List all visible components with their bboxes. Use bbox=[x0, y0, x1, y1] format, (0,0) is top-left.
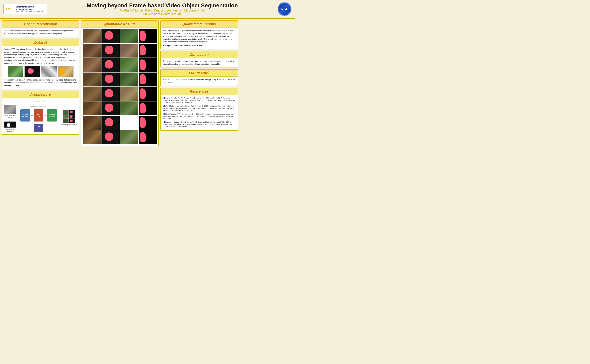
qual-row4-col2 bbox=[102, 72, 120, 86]
input-annotation-label: First frame and Annotation bbox=[4, 128, 17, 132]
references-body: [1] Xu, N., Yang, L., Fan, Y., Yang, J.,… bbox=[161, 95, 238, 130]
qual-row7-col4 bbox=[139, 116, 157, 130]
3dconv-label: 3D ConvEncoder bbox=[22, 113, 28, 117]
qual-row8-col3 bbox=[120, 130, 138, 144]
3dconv-encoder-box: 3D ConvEncoder bbox=[20, 109, 30, 122]
qual-row6-col1 bbox=[83, 101, 101, 115]
header-center: Moving beyond Frame-based Video Object S… bbox=[47, 2, 278, 16]
nsf-ring bbox=[279, 3, 291, 15]
right-column: Quantitative Results The proposed networ… bbox=[160, 20, 238, 131]
goal-motivation-header: Goal and Motivation bbox=[2, 21, 79, 28]
qual-row2-col1 bbox=[83, 44, 101, 58]
out-frame-3 bbox=[63, 119, 69, 123]
lstm-label: LSTMInitializer bbox=[36, 126, 42, 130]
quantitative-body: The proposed network generates segmentat… bbox=[161, 28, 238, 49]
qual-row1-col2 bbox=[102, 29, 120, 43]
arch-input: Input Video (>30 frames) First frame and… bbox=[4, 105, 17, 132]
institution-logo: UCF Center for Research in Computer Visi… bbox=[3, 4, 47, 14]
lstm-initializer-box: LSTMInitializer bbox=[34, 124, 43, 132]
header: UCF Center for Research in Computer Visi… bbox=[0, 0, 295, 19]
qual-row6-col4 bbox=[139, 101, 157, 115]
arrow-3: → bbox=[44, 114, 46, 117]
university-sub: UNIVERSITY OF CENTRAL FLORIDA bbox=[15, 11, 45, 13]
goal-motivation-body: To solve the inefficiency of frame-by-fr… bbox=[2, 28, 79, 37]
dataset-header: Dataset bbox=[2, 39, 79, 46]
qual-row1-col1 bbox=[83, 29, 101, 43]
qual-row3-col1 bbox=[83, 58, 101, 72]
qual-row5-col3 bbox=[120, 87, 138, 101]
future-work-body: We intend to implement on Optical Flow f… bbox=[161, 77, 238, 86]
quantitative-highlight: The highest score our model achieved is … bbox=[163, 44, 236, 47]
arch-diagram-inner: Input Video (>30 frames) First frame and… bbox=[4, 105, 77, 132]
dataset-sample-3 bbox=[41, 66, 57, 77]
input-video-thumb bbox=[4, 105, 16, 114]
quantitative-section: Quantitative Results The proposed networ… bbox=[160, 20, 238, 49]
qual-row5-col4 bbox=[139, 87, 157, 101]
skip-connection-label: skip connection bbox=[4, 100, 77, 102]
future-work-header: Future Work bbox=[161, 70, 238, 77]
reference-4: [4] Duarte, K., Rawat, Y. S., & Shah, M.… bbox=[163, 121, 236, 128]
qual-row7-col1 bbox=[83, 116, 101, 130]
architecture-section: Architecture skip connection Input Video… bbox=[2, 91, 79, 135]
qualitative-section: Qualitative Results bbox=[81, 20, 159, 146]
center-name-line1: Center for Research bbox=[15, 6, 45, 8]
architecture-header: Architecture bbox=[2, 91, 79, 98]
arrow-2: → bbox=[31, 114, 33, 117]
quantitative-highlight-bold: The highest score our model achieved is … bbox=[163, 45, 203, 46]
nsf-logo: NSF bbox=[278, 2, 292, 16]
qual-row8-col4 bbox=[139, 130, 157, 144]
quantitative-header: Quantitative Results bbox=[161, 21, 238, 28]
arch-output: Output Segmentation (>30 frames) bbox=[61, 110, 77, 128]
architecture-body: skip connection Input Video (>30 frames)… bbox=[2, 98, 79, 134]
qual-row6-col2 bbox=[102, 101, 120, 115]
dataset-sample-2 bbox=[24, 66, 40, 77]
authors: Matthew Alighchi, Kevin Duarte, Jyoti Ki… bbox=[47, 9, 278, 12]
input-annotation-thumb bbox=[4, 122, 16, 128]
university: University of Central Florida bbox=[47, 12, 278, 16]
dataset-body-text1: Youtube-VOS dataset consists of a collec… bbox=[4, 48, 77, 65]
3ddec-label: 3D ConvDecoder bbox=[49, 113, 55, 117]
dataset-body-text2: Additionally, each dataset contains a me… bbox=[4, 79, 77, 87]
qual-row4-col4 bbox=[139, 72, 157, 86]
qual-row2-col2 bbox=[102, 44, 120, 58]
out-frame-seg-2 bbox=[69, 114, 75, 118]
conclusion-body: The proposed model consisting of a multi… bbox=[161, 58, 238, 67]
arch-network-blocks: Multiple space networks 3D ConvEncoder →… bbox=[20, 106, 57, 132]
conclusion-section: Conclusion The proposed model consisting… bbox=[160, 51, 238, 68]
dataset-body: Youtube-VOS dataset consists of a collec… bbox=[2, 46, 79, 89]
qualitative-grid bbox=[81, 28, 158, 146]
reference-2: [2] Wug Oh, S., Lee, J. Y., Sunkavalli, … bbox=[163, 105, 236, 112]
qual-row6-col3 bbox=[120, 101, 138, 115]
qual-row1-col3 bbox=[120, 29, 138, 43]
dataset-section: Dataset Youtube-VOS dataset consists of … bbox=[2, 39, 79, 89]
ucf-logo-text: UCF bbox=[6, 7, 14, 11]
arch-blocks-row: 3D ConvEncoder → ConvLSTM → 3D ConvDecod… bbox=[20, 109, 57, 122]
references-title: References bbox=[190, 89, 209, 93]
poster-title: Moving beyond Frame-based Video Object S… bbox=[47, 2, 278, 9]
reference-1: [1] Xu, N., Yang, L., Fan, Y., Yang, J.,… bbox=[163, 97, 236, 104]
qual-row5-col1 bbox=[83, 87, 101, 101]
qual-row3-col2 bbox=[102, 58, 120, 72]
reference-3: [3] Oh, S. W., Lee, J. Y., Xu, N., & Kim… bbox=[163, 113, 236, 120]
qual-row2-col4 bbox=[139, 44, 157, 58]
output-label: Output Segmentation (>30 frames) bbox=[61, 124, 77, 128]
center-name-line2: in Computer Vision bbox=[15, 8, 45, 11]
main-content: Goal and Motivation To solve the ineffic… bbox=[0, 19, 295, 148]
qual-row8-col1 bbox=[83, 130, 101, 144]
qual-row2-col3 bbox=[120, 44, 138, 58]
conclusion-title: Conclusion bbox=[190, 53, 209, 57]
future-work-title: Future Work bbox=[189, 71, 209, 75]
middle-column: Qualitative Results bbox=[81, 20, 159, 146]
references-header: References bbox=[161, 88, 238, 95]
out-frame-seg-1 bbox=[69, 110, 75, 114]
input-video-label: Input Video (>30 frames) bbox=[4, 115, 17, 119]
left-column: Goal and Motivation To solve the ineffic… bbox=[2, 20, 79, 135]
qual-row7-col2 bbox=[102, 116, 120, 130]
qualitative-header: Qualitative Results bbox=[81, 21, 158, 28]
convlstm-box: ConvLSTM bbox=[34, 109, 43, 122]
arrow-1: → bbox=[17, 117, 20, 121]
qualitative-title: Qualitative Results bbox=[104, 22, 136, 26]
arrow-4: → bbox=[58, 117, 60, 121]
goal-motivation-title: Goal and Motivation bbox=[24, 22, 57, 26]
qual-row3-col3 bbox=[120, 58, 138, 72]
